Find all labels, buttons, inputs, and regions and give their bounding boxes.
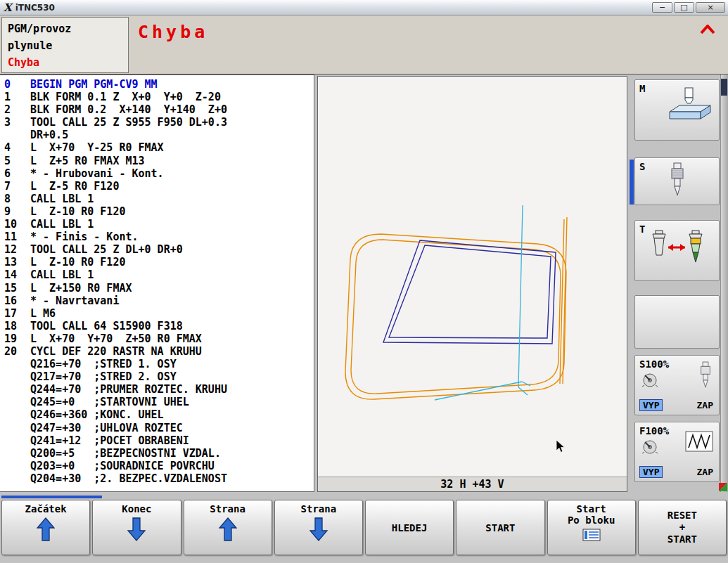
mode-error-label: Chyba [8, 54, 122, 71]
block-text: * - Navrtavani [30, 295, 119, 307]
contour-outer-path [345, 234, 566, 399]
feed-wave-icon [685, 431, 713, 452]
status-panel-empty [634, 295, 720, 349]
right-edge-scroll-thumb[interactable] [721, 79, 727, 96]
program-line[interactable]: 15L Z+150 R0 FMAX [4, 282, 314, 295]
arrow-up-icon [37, 517, 55, 542]
softkey-label: Strana [301, 503, 337, 515]
status-panel-t: T [634, 220, 720, 281]
machine-status-sidebar: M S T [627, 75, 728, 492]
title-bar[interactable]: X iTNC530 − □ × [0, 0, 728, 15]
program-line[interactable]: 7L Z-5 R0 F120 [4, 180, 314, 193]
program-line[interactable]: 16* - Navrtavani [4, 295, 314, 307]
program-line[interactable]: Q204=+30 ;2. BEZPEC.VZDALENOST [4, 472, 314, 485]
close-button[interactable]: × [696, 2, 725, 13]
program-line[interactable]: 4L X+70 Y-25 R0 FMAX [4, 141, 314, 154]
status-panel-s: S [634, 157, 720, 205]
block-number: 6 [4, 167, 30, 180]
block-text: Q216=+70 ;STRED 1. OSY [30, 358, 177, 370]
maximize-button[interactable]: □ [674, 2, 694, 13]
softkey-reset-start[interactable]: RESET + START [638, 500, 727, 555]
program-line[interactable]: 2BLK FORM 0.2 X+140 Y+140 Z+0 [4, 103, 314, 116]
program-line[interactable]: 1BLK FORM 0.1 Z X+0 Y+0 Z-20 [4, 91, 314, 103]
sidebar-scroll-indicator[interactable] [630, 160, 634, 205]
block-number: 8 [4, 193, 30, 205]
close-icon: × [707, 3, 713, 12]
program-line[interactable]: 10CALL LBL 1 [4, 218, 314, 231]
minimize-icon: − [659, 3, 665, 12]
block-text: L M6 [30, 307, 56, 320]
program-line[interactable]: 11* - Finis - Kont. [4, 231, 314, 243]
program-line[interactable]: Q247=+30 ;UHLOVA ROZTEC [4, 422, 314, 434]
program-line[interactable]: 5L Z+5 R0 FMAX M13 [4, 155, 314, 167]
swap-arrow-icon [668, 244, 685, 251]
mill-tool-workpiece-icon [664, 86, 713, 127]
program-line[interactable]: Q244=+70 ;PRUMER ROZTEC. KRUHU [4, 383, 314, 396]
block-text: CYCL DEF 220 RASTR NA KRUHU [30, 345, 202, 358]
softkey-label: Strana [210, 503, 245, 515]
program-line[interactable]: 19L X+70 Y+70 Z+50 R0 FMAX [4, 332, 314, 345]
program-line[interactable]: 3TOOL CALL 25 Z S955 F950 DL+0.3 [4, 116, 314, 129]
rapid-path-vertical [518, 205, 523, 387]
program-line[interactable]: DR+0.5 [4, 129, 314, 141]
block-number [4, 408, 30, 421]
block-number: 20 [4, 345, 30, 358]
program-line[interactable]: 17L M6 [4, 307, 314, 320]
block-number [4, 422, 30, 434]
softkey-find[interactable]: HLEDEJ [365, 500, 454, 555]
softkey-page-down[interactable]: Strana [274, 500, 363, 555]
program-line[interactable]: 18TOOL CALL 64 S15900 F318 [4, 320, 314, 332]
program-line[interactable]: Q217=+70 ;STRED 2. OSY [4, 370, 314, 383]
block-text: L Z+150 R0 FMAX [30, 282, 132, 295]
softkey-label: Po bloku [568, 515, 615, 526]
program-line[interactable]: 14CALL LBL 1 [4, 268, 314, 281]
block-text: TOOL CALL 25 Z S955 F950 DL+0.3 [30, 116, 227, 129]
block-text: Q241=+12 ;POCET OBRABENI [30, 434, 189, 447]
block-number: 11 [4, 231, 30, 243]
arrow-up-icon [219, 517, 237, 542]
right-edge-scrollbar[interactable] [720, 75, 728, 492]
softkey-begin[interactable]: Začátek [1, 500, 90, 555]
block-text: Q244=+70 ;PRUMER ROZTEC. KRUHU [30, 383, 227, 396]
single-block-icon [582, 529, 601, 541]
override-dial-icon [641, 438, 659, 458]
minimize-button[interactable]: − [652, 2, 672, 13]
softkey-label: Konec [122, 503, 151, 515]
program-line[interactable]: 0BEGIN PGM PGM-CV9 MM [4, 78, 314, 91]
block-text: BLK FORM 0.2 X+140 Y+140 Z+0 [30, 103, 227, 116]
window-title: iTNC530 [15, 3, 55, 13]
block-text: Q247=+30 ;UHLOVA ROZTEC [30, 422, 183, 434]
block-text: L X+70 Y+70 Z+50 R0 FMAX [30, 332, 202, 345]
toolpath-graphic [318, 77, 627, 477]
block-number [4, 396, 30, 408]
program-line[interactable]: 20CYCL DEF 220 RASTR NA KRUHU [4, 345, 314, 358]
program-line[interactable]: 13L Z-10 R0 F120 [4, 256, 314, 268]
program-line[interactable]: 8CALL LBL 1 [4, 193, 314, 205]
program-line[interactable]: Q200=+5 ;BEZPECNOSTNI VZDAL. [4, 447, 314, 460]
program-pane[interactable]: 0BEGIN PGM PGM-CV9 MM1BLK FORM 0.1 Z X+0… [0, 75, 314, 492]
softkey-page-up[interactable]: Strana [184, 500, 272, 555]
program-line[interactable]: 12TOOL CALL 25 Z DL+0 DR+0 [4, 243, 314, 256]
error-chevron-up-icon[interactable] [700, 25, 715, 34]
program-line[interactable]: 9L Z-10 R0 F120 [4, 205, 314, 218]
block-text: Q200=+5 ;BEZPECNOSTNI VZDAL. [30, 447, 221, 460]
softkey-end[interactable]: Konec [92, 500, 181, 555]
softkey-start-single-block[interactable]: Start Po bloku [547, 500, 636, 555]
program-line[interactable]: Q245=+0 ;STARTOVNI UHEL [4, 396, 314, 408]
block-number: 19 [4, 332, 30, 345]
program-line[interactable]: Q203=+0 ;SOURADNICE POVRCHU [4, 460, 314, 472]
spindle-tool-icon [668, 162, 687, 203]
block-number: 0 [4, 78, 30, 91]
block-number: 2 [4, 103, 30, 116]
program-listing: 0BEGIN PGM PGM-CV9 MM1BLK FORM 0.1 Z X+0… [4, 78, 314, 485]
block-text: CALL LBL 1 [30, 218, 94, 231]
feed-vyp-indicator: VYP [639, 466, 663, 478]
program-line[interactable]: 6* - Hrubovani - Kont. [4, 167, 314, 180]
program-line[interactable]: Q246=+360 ;KONC. UHEL [4, 408, 314, 421]
feed-zap-indicator: ZAP [697, 467, 715, 477]
program-line[interactable]: Q216=+70 ;STRED 1. OSY [4, 358, 314, 370]
softkey-area: Začátek Konec Strana Strana HLEDEJ [0, 492, 728, 563]
softkey-start[interactable]: START [456, 500, 544, 555]
spindle-override-label: S100% [639, 358, 669, 370]
program-line[interactable]: Q241=+12 ;POCET OBRABENI [4, 434, 314, 447]
